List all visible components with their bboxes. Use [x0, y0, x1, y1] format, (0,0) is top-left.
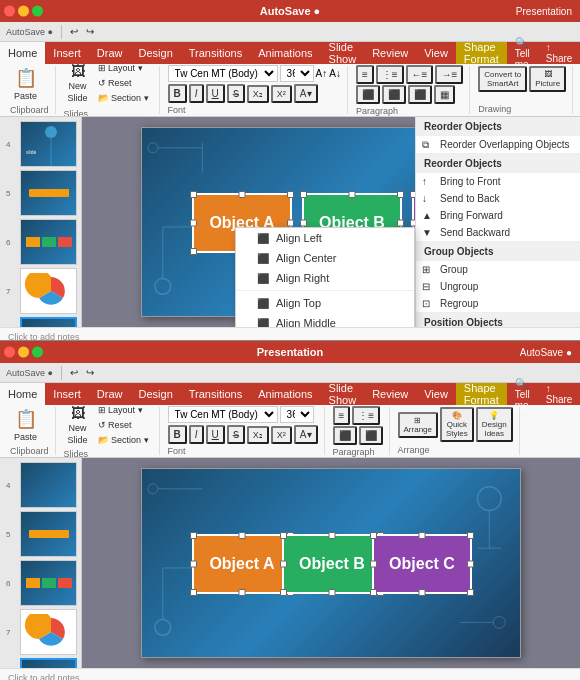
redo-icon[interactable]: ↪ [86, 26, 94, 37]
slide-thumb-8-2[interactable]: A B C [20, 658, 77, 668]
new-slide-button[interactable]: 🖼NewSlide [64, 64, 92, 105]
rp-regroup[interactable]: ⊡ Regroup [416, 295, 580, 312]
tab-tellme[interactable]: 🔍 Tell me [507, 42, 538, 64]
italic-button[interactable]: I [189, 84, 204, 103]
slide-thumb-4[interactable]: slide [20, 121, 77, 167]
slide-thumb-4-2[interactable] [20, 462, 77, 508]
handle-br-c2[interactable] [467, 589, 474, 596]
rp-ungroup[interactable]: ⊟ Ungroup [416, 278, 580, 295]
bold-button[interactable]: B [168, 84, 187, 103]
handle-r-b[interactable] [397, 220, 404, 227]
tab-slideshow[interactable]: Slide Show [321, 42, 365, 64]
design-ideas-button[interactable]: 💡DesignIdeas [476, 407, 513, 442]
align-center-button[interactable]: ⬛ [382, 85, 406, 104]
font-color-button-2[interactable]: A▾ [294, 425, 318, 444]
section-button-2[interactable]: 📂 Section ▾ [94, 433, 153, 447]
decrease-indent-button[interactable]: ←≡ [406, 65, 434, 84]
notes-area-2[interactable]: Click to add notes [0, 668, 580, 680]
slide-thumb-8[interactable]: A B C [20, 317, 77, 327]
align-left-button-2[interactable]: ⬛ [333, 426, 357, 445]
rp-send-backward[interactable]: ▼ Send Backward [416, 224, 580, 241]
bold-button-2[interactable]: B [168, 425, 187, 444]
close-button-2[interactable] [4, 347, 15, 358]
bullets-button[interactable]: ≡ [356, 65, 374, 84]
handle-t-b2[interactable] [329, 532, 336, 539]
handle-l-c2[interactable] [370, 561, 377, 568]
rp-group[interactable]: ⊞ Group [416, 261, 580, 278]
tab-design[interactable]: Design [131, 42, 181, 64]
tab-design-2[interactable]: Design [131, 383, 181, 405]
tab-insert-2[interactable]: Insert [45, 383, 89, 405]
tab-view-2[interactable]: View [416, 383, 456, 405]
close-button[interactable] [4, 6, 15, 17]
dm-align-left[interactable]: ⬛ Align Left [236, 228, 414, 248]
superscript-button-2[interactable]: X² [271, 426, 292, 444]
handle-tl-b2[interactable] [280, 532, 287, 539]
layout-button[interactable]: ⊞ Layout ▾ [94, 64, 153, 75]
font-family-select[interactable]: Tw Cen MT (Body) [168, 65, 278, 82]
layout-button-2[interactable]: ⊞ Layout ▾ [94, 405, 153, 417]
decrease-font-icon[interactable]: A↓ [329, 68, 341, 79]
tab-review[interactable]: Review [364, 42, 416, 64]
font-family-select-2[interactable]: Tw Cen MT (Body) [168, 406, 278, 423]
handle-b-b2[interactable] [329, 589, 336, 596]
handle-tl-c2[interactable] [370, 532, 377, 539]
section-button[interactable]: 📂 Section ▾ [94, 91, 153, 105]
dm-align-center[interactable]: ⬛ Align Center [236, 248, 414, 268]
new-slide-button-2[interactable]: 🖼NewSlide [64, 405, 92, 447]
handle-t-b[interactable] [349, 191, 356, 198]
redo-icon-2[interactable]: ↪ [86, 367, 94, 378]
handle-t-a[interactable] [239, 191, 246, 198]
underline-button-2[interactable]: U [206, 425, 225, 444]
bullets-button-2[interactable]: ≡ [333, 406, 351, 425]
undo-icon-2[interactable]: ↩ [70, 367, 78, 378]
tab-transitions[interactable]: Transitions [181, 42, 250, 64]
columns-button[interactable]: ▦ [434, 85, 455, 104]
rp-send-to-back[interactable]: ↓ Send to Back [416, 190, 580, 207]
subscript-button[interactable]: X₂ [247, 85, 269, 103]
underline-button[interactable]: U [206, 84, 225, 103]
dm-align-middle[interactable]: ⬛ Align Middle [236, 313, 414, 327]
maximize-button-2[interactable] [32, 347, 43, 358]
italic-button-2[interactable]: I [189, 425, 204, 444]
tab-shapeformat[interactable]: Shape Format [456, 42, 507, 64]
tab-review-2[interactable]: Review [364, 383, 416, 405]
handle-l-a[interactable] [190, 220, 197, 227]
slide-thumb-6[interactable] [20, 219, 77, 265]
handle-b-a2[interactable] [239, 589, 246, 596]
quick-styles-button[interactable]: 🎨QuickStyles [440, 407, 474, 442]
font-size-select[interactable]: 36 [280, 65, 314, 82]
tab-shapeformat-2[interactable]: Shape Format [456, 383, 507, 405]
subscript-button-2[interactable]: X₂ [247, 426, 269, 444]
handle-l-b2[interactable] [280, 561, 287, 568]
handle-bl-b2[interactable] [280, 589, 287, 596]
notes-area-1[interactable]: Click to add notes [0, 327, 580, 340]
paste-button-2[interactable]: 📋 Paste [10, 406, 41, 444]
object-c-2[interactable]: Object C [372, 534, 472, 594]
arrange-button[interactable]: ⊞Arrange [398, 412, 438, 438]
handle-t-c2[interactable] [419, 532, 426, 539]
dm-align-top[interactable]: ⬛ Align Top [236, 293, 414, 313]
maximize-button[interactable] [32, 6, 43, 17]
dm-align-right[interactable]: ⬛ Align Right [236, 268, 414, 288]
handle-r-c2[interactable] [467, 561, 474, 568]
handle-b-c2[interactable] [419, 589, 426, 596]
superscript-button[interactable]: X² [271, 85, 292, 103]
handle-r-a[interactable] [287, 220, 294, 227]
share-button[interactable]: ↑ Share [538, 42, 580, 64]
undo-icon[interactable]: ↩ [70, 26, 78, 37]
rp-bring-to-front[interactable]: ↑ Bring to Front [416, 173, 580, 190]
tab-animations[interactable]: Animations [250, 42, 320, 64]
handle-bl-a[interactable] [190, 248, 197, 255]
increase-indent-button[interactable]: →≡ [435, 65, 463, 84]
handle-tr-a[interactable] [287, 191, 294, 198]
font-color-button[interactable]: A▾ [294, 84, 318, 103]
rp-bring-forward[interactable]: ▲ Bring Forward [416, 207, 580, 224]
handle-tr-c2[interactable] [467, 532, 474, 539]
object-b-2[interactable]: Object B [282, 534, 382, 594]
numbering-button[interactable]: ⋮≡ [376, 65, 404, 84]
minimize-button[interactable] [18, 6, 29, 17]
tab-tellme-2[interactable]: 🔍 Tell me [507, 383, 538, 405]
strikethrough-button[interactable]: S̶ [227, 84, 245, 103]
tab-draw[interactable]: Draw [89, 42, 131, 64]
